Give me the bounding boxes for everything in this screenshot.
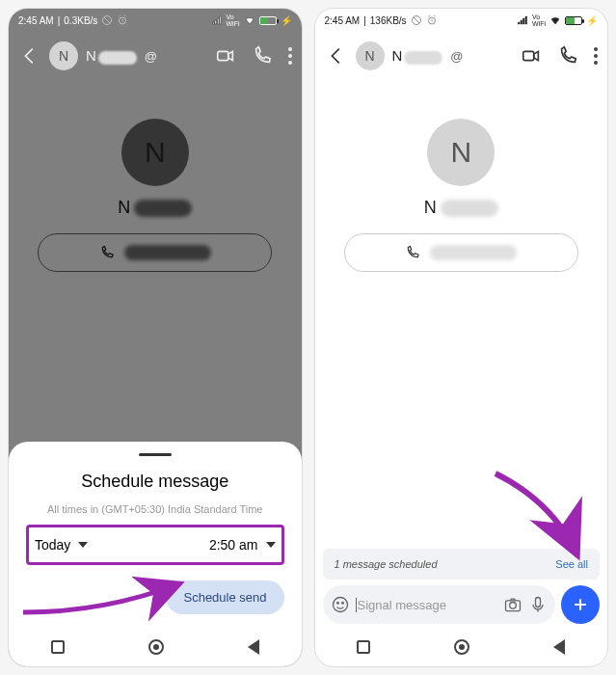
time-value: 2:50 am <box>209 537 258 553</box>
add-attachment-button[interactable] <box>561 585 600 624</box>
android-nav-bar <box>9 628 302 666</box>
svg-rect-11 <box>536 598 541 608</box>
bolt-icon: ⚡ <box>586 15 598 26</box>
app-bar: N N @ <box>9 32 302 80</box>
alarm-icon <box>426 14 438 26</box>
signal-icon <box>211 14 223 26</box>
emoji-icon[interactable] <box>331 595 350 614</box>
battery-icon <box>565 16 582 25</box>
more-menu-icon[interactable] <box>594 47 598 65</box>
app-bar: N N @ <box>315 32 608 80</box>
contact-avatar-large: N <box>121 119 189 186</box>
svg-rect-5 <box>523 51 534 60</box>
back-button[interactable] <box>553 639 565 655</box>
video-call-icon[interactable] <box>521 45 542 67</box>
day-value: Today <box>35 537 70 553</box>
plus-icon <box>571 595 590 614</box>
home-button[interactable] <box>454 639 469 655</box>
sheet-title: Schedule message <box>26 472 284 492</box>
annotation-arrow <box>486 464 592 570</box>
back-arrow-icon[interactable] <box>18 45 41 67</box>
phone-call-icon[interactable] <box>252 45 273 67</box>
contact-avatar-large: N <box>427 119 495 186</box>
status-speed: 136KB/s <box>370 15 407 26</box>
svg-rect-2 <box>217 51 228 60</box>
back-arrow-icon[interactable] <box>325 45 348 67</box>
at-icon: @ <box>450 49 463 64</box>
annotation-arrow <box>18 564 192 622</box>
recents-button[interactable] <box>51 640 65 654</box>
chat-body: N N <box>9 80 302 272</box>
time-picker[interactable]: 2:50 am <box>209 537 276 553</box>
sheet-drag-handle[interactable] <box>139 453 172 456</box>
svg-point-6 <box>333 598 347 612</box>
chevron-down-icon <box>266 542 276 548</box>
signal-icon <box>517 14 528 26</box>
composer-placeholder: Signal message <box>356 598 498 612</box>
phone-call-icon[interactable] <box>557 45 578 67</box>
mic-icon[interactable] <box>528 595 548 614</box>
status-speed: 0.3KB/s <box>64 15 97 26</box>
more-menu-icon[interactable] <box>288 47 292 65</box>
camera-icon[interactable] <box>503 595 522 614</box>
contact-name-large: N <box>424 198 498 218</box>
home-button[interactable] <box>148 639 164 655</box>
alarm-icon <box>117 14 128 26</box>
at-icon: @ <box>145 49 157 64</box>
day-picker[interactable]: Today <box>35 537 88 553</box>
contact-name-large: N <box>118 198 192 218</box>
battery-icon <box>259 16 277 25</box>
wifi-icon <box>244 14 255 26</box>
composer-input-wrap[interactable]: Signal message <box>323 585 556 624</box>
message-composer: Signal message <box>323 585 601 624</box>
phone-left-schedule-sheet: 2:45 AM | 0.3KB/s VoWiFi ⚡ N N @ N N <box>8 8 303 667</box>
contact-avatar-small[interactable]: N <box>356 41 385 70</box>
dnd-icon <box>411 14 422 26</box>
phone-icon <box>405 245 420 260</box>
phone-right-scheduled-banner: 2:45 AM | 136KB/s VoWiFi ⚡ N N @ N N <box>314 8 609 667</box>
sheet-subtitle: All times in (GMT+05:30) India Standard … <box>26 501 284 518</box>
contact-phone-pill[interactable] <box>38 233 272 272</box>
phone-icon <box>99 245 115 260</box>
svg-point-8 <box>341 603 343 605</box>
status-bar: 2:45 AM | 0.3KB/s VoWiFi ⚡ <box>9 9 302 32</box>
status-time: 2:45 AM <box>325 15 361 26</box>
svg-point-7 <box>336 603 338 605</box>
video-call-icon[interactable] <box>215 45 236 67</box>
svg-point-10 <box>510 603 517 609</box>
contact-avatar-small[interactable]: N <box>49 41 78 70</box>
datetime-picker-row: Today 2:50 am <box>26 525 284 565</box>
back-button[interactable] <box>248 639 259 655</box>
wifi-icon <box>549 14 561 26</box>
recents-button[interactable] <box>357 640 370 654</box>
contact-name[interactable]: N <box>86 47 137 64</box>
chat-body: N N <box>315 80 608 272</box>
chevron-down-icon <box>78 542 88 548</box>
dnd-icon <box>101 14 113 26</box>
bolt-icon: ⚡ <box>281 15 292 26</box>
android-nav-bar <box>315 628 608 666</box>
status-time: 2:45 AM <box>18 15 54 26</box>
status-bar: 2:45 AM | 136KB/s VoWiFi ⚡ <box>315 9 608 32</box>
contact-phone-pill[interactable] <box>344 233 578 272</box>
banner-text: 1 message scheduled <box>335 558 438 570</box>
contact-name[interactable]: N <box>392 47 443 64</box>
